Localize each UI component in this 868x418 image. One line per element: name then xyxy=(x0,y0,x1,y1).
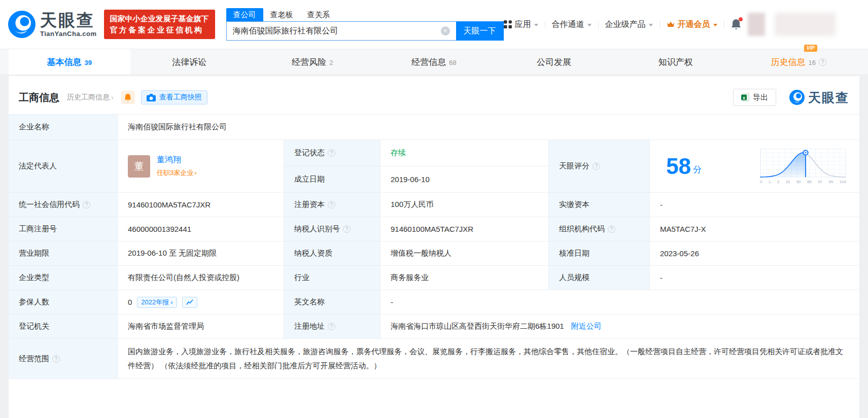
tab-legal-proceedings[interactable]: 法律诉讼 xyxy=(130,49,252,75)
search-tab-relation[interactable]: 查关系 xyxy=(300,8,337,21)
legal-rep-name-link[interactable]: 董鸿翔 xyxy=(157,155,197,165)
help-icon[interactable]: ? xyxy=(328,323,335,330)
company-tabbar: 基本信息 39 法律诉讼 经营风险 2 经营信息 68 公司发展 知识产权 VI… xyxy=(0,49,868,75)
clear-icon[interactable]: × xyxy=(441,26,450,36)
tab-business-info[interactable]: 经营信息 68 xyxy=(373,49,495,75)
tab-operating-risk[interactable]: 经营风险 2 xyxy=(252,49,373,75)
badge-line1: 国家中小企业发展子基金旗下 xyxy=(110,13,209,24)
logo-swirl-icon xyxy=(8,11,36,38)
company-type-label: 企业类型 xyxy=(9,266,118,290)
crown-icon xyxy=(667,21,675,28)
search-area: 查公司 查老板 查关系 × 天眼一下 xyxy=(226,8,504,41)
section-title: 工商信息 xyxy=(19,91,59,104)
establish-date-label: 成立日期 xyxy=(284,166,380,192)
help-icon[interactable]: ? xyxy=(328,149,335,157)
chevron-down-icon xyxy=(713,24,717,26)
nav-enterprise-products[interactable]: 企业级产品 xyxy=(605,19,653,30)
tianyancha-logo[interactable]: 天眼查 TianYanCha.com xyxy=(8,11,97,38)
chevron-right-icon: › xyxy=(194,169,196,177)
line-chart-icon xyxy=(186,299,193,305)
approval-date-label: 核准日期 xyxy=(549,241,650,265)
insured-cell: 0 2022年报 › xyxy=(118,290,284,314)
vip-badge: VIP xyxy=(804,45,817,52)
company-name-value: 海南佰骏国际旅行社有限公司 xyxy=(118,115,859,140)
search-tab-company[interactable]: 查公司 xyxy=(226,8,263,21)
table-row: 企业类型 有限责任公司(自然人投资或控股) 行业 商务服务业 人员规模 - xyxy=(9,266,859,290)
tab-history-info[interactable]: VIP 历史信息 16 ? xyxy=(738,49,859,75)
company-type-value: 有限责任公司(自然人投资或控股) xyxy=(118,266,284,290)
nav-vip-membership[interactable]: 开通会员 xyxy=(667,19,717,30)
staff-size-value: - xyxy=(650,266,859,290)
excel-icon: x xyxy=(741,93,749,101)
table-row: 登记机关 海南省市场监督管理局 注册地址 ? 海南省海口市琼山区高登西街天街华府… xyxy=(9,315,859,339)
help-icon[interactable]: ? xyxy=(52,355,60,363)
paid-capital-label: 实缴资本 xyxy=(549,193,650,217)
table-row: 营业期限 2019-06-10 至 无固定期限 纳税人资质 增值税一般纳税人 核… xyxy=(9,241,859,266)
reg-status-label: 登记状态 ? xyxy=(284,140,380,166)
table-row: 工商注册号 460000001392441 纳税人识别号 ? 91460100M… xyxy=(9,217,859,241)
establish-date-value: 2019-06-10 xyxy=(380,166,549,192)
badge-line2: 官方备案企业征信机构 xyxy=(110,24,209,36)
svg-text:x: x xyxy=(743,95,745,100)
subscribe-bell-button[interactable] xyxy=(121,91,135,104)
table-row: 企业名称 海南佰骏国际旅行社有限公司 xyxy=(9,115,859,140)
nav-cooperation[interactable]: 合作通道 xyxy=(552,19,592,30)
help-icon[interactable]: ? xyxy=(608,225,615,233)
help-icon[interactable]: ? xyxy=(819,58,826,66)
chevron-right-icon: › xyxy=(111,93,114,101)
insured-trend-chart-button[interactable] xyxy=(182,297,197,308)
score-distribution-chart[interactable]: 0131550859799100 xyxy=(760,149,846,184)
score-label: 天眼评分 ? xyxy=(549,140,650,192)
score-cell: 58 分 xyxy=(650,140,859,192)
help-icon[interactable]: ? xyxy=(343,225,351,233)
search-button[interactable]: 天眼一下 xyxy=(456,21,504,41)
nearby-companies-link[interactable]: 附近公司 xyxy=(571,322,602,331)
notification-dot xyxy=(739,17,743,21)
help-icon[interactable]: ? xyxy=(328,201,335,208)
paid-capital-value: - xyxy=(650,193,859,217)
camera-icon xyxy=(147,94,156,101)
reg-status-value: 存续 xyxy=(380,140,549,166)
org-code-value: MA5TAC7J-X xyxy=(650,217,859,241)
tab-intellectual-property[interactable]: 知识产权 xyxy=(616,49,738,75)
official-credential-badge: 国家中小企业发展子基金旗下 官方备案企业征信机构 xyxy=(104,10,215,39)
export-button[interactable]: x 导出 xyxy=(733,89,776,106)
username-blurred[interactable] xyxy=(775,13,836,36)
english-name-label: 英文名称 xyxy=(284,290,380,314)
industry-label: 行业 xyxy=(284,266,380,290)
reg-capital-value: 100万人民币 xyxy=(380,193,549,217)
positions-link[interactable]: 任职3家企业› xyxy=(157,168,197,178)
company-name-label: 企业名称 xyxy=(9,115,118,140)
search-input[interactable] xyxy=(226,21,456,41)
reg-capital-label: 注册资本 ? xyxy=(284,193,380,217)
score-chart-ticks: 0131550859799100 xyxy=(760,180,846,184)
help-icon[interactable]: ? xyxy=(593,162,600,170)
annual-report-link[interactable]: 2022年报 › xyxy=(137,297,177,308)
nav-apps[interactable]: 应用 xyxy=(504,19,538,30)
tab-basic-info[interactable]: 基本信息 39 xyxy=(9,49,130,75)
notification-bell[interactable] xyxy=(731,19,741,30)
taxpayer-quality-label: 纳税人资质 xyxy=(284,241,380,265)
chevron-right-icon: › xyxy=(170,298,172,306)
credit-code-value: 91460100MA5TAC7JXR xyxy=(118,193,284,217)
legal-rep-cell: 董 董鸿翔 任职3家企业› xyxy=(118,140,284,192)
table-row: 统一社会信用代码 ? 91460100MA5TAC7JXR 注册资本 ? 100… xyxy=(9,193,859,217)
term-value: 2019-06-10 至 无固定期限 xyxy=(118,241,284,265)
tab-company-development[interactable]: 公司发展 xyxy=(495,49,616,75)
header: 天眼查 TianYanCha.com 国家中小企业发展子基金旗下 官方备案企业征… xyxy=(0,0,868,49)
help-icon[interactable]: ? xyxy=(83,201,90,208)
taxpayer-quality-value: 增值税一般纳税人 xyxy=(380,241,549,265)
tianyancha-watermark: 天眼查 xyxy=(789,89,849,106)
search-tab-boss[interactable]: 查老板 xyxy=(263,8,300,21)
business-info-table: 企业名称 海南佰骏国际旅行社有限公司 法定代表人 董 董鸿翔 任职3家企业› 登… xyxy=(9,114,859,379)
avatar[interactable] xyxy=(748,13,765,36)
chevron-down-icon xyxy=(587,24,592,26)
view-snapshot-button[interactable]: 查看工商快照 xyxy=(141,90,207,104)
chevron-down-icon xyxy=(649,24,653,26)
reg-number-label: 工商注册号 xyxy=(9,217,118,241)
table-row: 经营范围 ? 国内旅游业务，入境旅游业务，旅行社及相关服务，旅游咨询服务，票务代… xyxy=(9,339,859,378)
reg-address-cell: 海南省海口市琼山区高登西街天街华府二期6栋1901 附近公司 xyxy=(380,315,859,338)
taxpayer-id-label: 纳税人识别号 ? xyxy=(284,217,380,241)
legal-rep-avatar[interactable]: 董 xyxy=(128,155,150,178)
history-business-info-link[interactable]: 历史工商信息 › xyxy=(67,93,114,102)
